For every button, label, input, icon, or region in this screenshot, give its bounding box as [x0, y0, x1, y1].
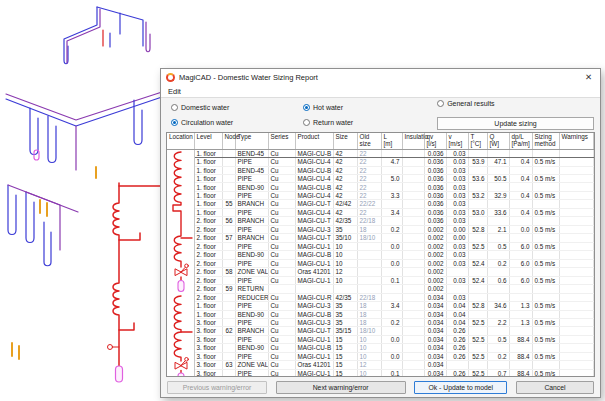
- table-cell: [222, 276, 235, 284]
- table-row[interactable]: 2. floorREDUCERCuMAGI-CU-R42/3522/180.03…: [167, 293, 594, 301]
- table-cell: [402, 183, 424, 191]
- table-cell: 15: [333, 344, 357, 352]
- dialog-footer: Previous warning/error Next warning/erro…: [161, 377, 600, 397]
- table-row[interactable]: 2. floor59RETURN0.002: [167, 285, 594, 293]
- table-cell: [222, 293, 235, 301]
- table-row[interactable]: 2. floorPIPECuMAGI-CU-1100.00.0020.0352.…: [167, 242, 594, 250]
- table-cell: 0.034: [424, 344, 446, 352]
- table-cell: BEND-90: [235, 344, 268, 352]
- table-cell: [559, 259, 594, 267]
- table-row[interactable]: 1. floorPIPECuMAGI-CU-335183.40.0340.045…: [167, 302, 594, 310]
- table-row[interactable]: 2. floorPIPECuMAGI-CU-335180.20.0020.005…: [167, 225, 594, 233]
- table-cell: 0.5 m/s: [532, 175, 559, 183]
- ok-update-button[interactable]: Ok - Update to model: [414, 381, 507, 394]
- table-cell: 0.4: [509, 191, 532, 199]
- table-cell: PIPE: [235, 242, 268, 250]
- table-row[interactable]: 3. floorPIPECuMAGI-CU-115100.10.0340.265…: [167, 369, 594, 377]
- table-cell: 0.03: [446, 251, 468, 259]
- table-cell: BEND-90: [235, 310, 268, 318]
- table-cell: [357, 251, 381, 259]
- table-row[interactable]: 1. floorPIPECuMAGI-CU-442223.40.0360.035…: [167, 208, 594, 216]
- table-cell: 0.5 m/s: [532, 302, 559, 310]
- radio-label: Circulation water: [181, 119, 233, 126]
- table-row[interactable]: 3. floor63ZONE VALCuOras 4120115120.034: [167, 361, 594, 369]
- table-cell: MAGI-CU-4: [295, 191, 333, 199]
- table-cell: [222, 166, 235, 174]
- table-row[interactable]: 1. floorBEND-45CuMAGI-CU-B42220.0360.03: [167, 166, 594, 174]
- table-cell: PIPE: [235, 259, 268, 267]
- table-row[interactable]: 1. floorBEND-45CuMAGI-CU-B42220.0360.03: [167, 149, 594, 157]
- table-cell: [509, 200, 532, 208]
- table-row[interactable]: 1. floorPIPECuMAGI-CU-442223.30.0360.035…: [167, 191, 594, 199]
- radio-column-2: Hot water Return water: [303, 100, 435, 130]
- radio-return-water[interactable]: Return water: [303, 119, 435, 126]
- table-row[interactable]: 1. floorBEND-90CuMAGI-CU-B35180.0340.04: [167, 310, 594, 318]
- route-schematic: [167, 150, 194, 377]
- radio-hot-water[interactable]: Hot water: [303, 104, 435, 111]
- table-cell: 6.0: [509, 259, 532, 267]
- table-cell: 56: [222, 217, 235, 225]
- magicad-logo-icon: [166, 73, 175, 82]
- table-row[interactable]: 1. floorPIPECuMAGI-CU-442224.70.0360.035…: [167, 158, 594, 166]
- table-cell: [381, 234, 402, 242]
- table-cell: 35/10: [333, 234, 357, 242]
- table-cell: 2. floor: [194, 276, 222, 284]
- table-cell: PIPE: [235, 318, 268, 326]
- table-cell: [222, 352, 235, 360]
- table-cell: 55: [222, 200, 235, 208]
- table-cell: [487, 234, 509, 242]
- menu-edit[interactable]: Edit: [168, 87, 181, 96]
- table-row[interactable]: 3. floorPIPECuMAGI-CU-115100.00.0340.265…: [167, 335, 594, 343]
- table-cell: [487, 251, 509, 259]
- table-cell: Cu: [268, 293, 295, 301]
- radio-domestic-water[interactable]: Domestic water: [171, 104, 303, 111]
- dialog-titlebar[interactable]: MagiCAD - Domestic Water Sizing Report ✕: [161, 69, 600, 85]
- radio-circulation-water[interactable]: Circulation water: [171, 119, 303, 126]
- table-row[interactable]: 3. floorPIPECuMAGI-CU-115100.00.0340.265…: [167, 352, 594, 360]
- table-row[interactable]: 3. floor62BRANCHCuMAGI-CU-T35/1518/100.0…: [167, 327, 594, 335]
- table-cell: 10: [357, 335, 381, 343]
- cancel-button[interactable]: Cancel: [516, 381, 594, 394]
- table-cell: 0.03: [446, 158, 468, 166]
- table-row[interactable]: 1. floor55BRANCHCuMAGI-CU-T42/4222/220.0…: [167, 200, 594, 208]
- column-header-size: Size: [333, 133, 357, 149]
- table-cell: MAGI-CU-B: [295, 183, 333, 191]
- radio-general-results[interactable]: General results: [437, 100, 594, 107]
- table-cell: 42: [333, 208, 357, 216]
- update-sizing-button[interactable]: Update sizing: [437, 117, 594, 130]
- table-row[interactable]: 2. floor57BRANCHCuMAGI-CU-T35/1018/100.0…: [167, 234, 594, 242]
- table-cell: 1.3: [509, 302, 532, 310]
- table-cell: [381, 361, 402, 369]
- table-cell: MAGI-CU-B: [295, 310, 333, 318]
- table-cell: [509, 234, 532, 242]
- table-cell: 0.26: [446, 344, 468, 352]
- table-cell: MAGI-CU-R: [295, 293, 333, 301]
- table-cell: [222, 251, 235, 259]
- table-row[interactable]: 1. floorPIPECuMAGI-CU-442225.00.0360.035…: [167, 175, 594, 183]
- table-row[interactable]: 3. floorPIPECuMAGI-CU-335180.20.0340.045…: [167, 318, 594, 326]
- table-row[interactable]: 2. floorBEND-90CuMAGI-CU-B100.0020.03: [167, 251, 594, 259]
- radio-column-1: Domestic water Circulation water: [171, 100, 303, 130]
- table-row[interactable]: 2. floorPIPECuMAGI-CU-1100.00.0020.0352.…: [167, 259, 594, 267]
- table-cell: 10: [333, 251, 357, 259]
- table-cell: [532, 234, 559, 242]
- table-cell: 34.6: [487, 302, 509, 310]
- radio-column-3: General results Update sizing: [437, 100, 594, 130]
- table-row[interactable]: 2. floorPIPECuMAGI-CU-1100.10.0020.0352.…: [167, 276, 594, 284]
- table-cell: 2. floor: [194, 234, 222, 242]
- table-cell: PIPE: [235, 352, 268, 360]
- previous-warning-button[interactable]: Previous warning/error: [167, 381, 267, 394]
- table-row[interactable]: 2. floor56BRANCHCuMAGI-CU-T42/3522/180.0…: [167, 217, 594, 225]
- table-cell: 32.9: [487, 191, 509, 199]
- table-cell: [509, 251, 532, 259]
- next-warning-button[interactable]: Next warning/error: [276, 381, 406, 394]
- table-cell: [402, 217, 424, 225]
- table-row[interactable]: 2. floor58ZONE VALCuOras 41201120.002: [167, 268, 594, 276]
- close-icon[interactable]: ✕: [582, 72, 595, 82]
- table-row[interactable]: 3. floorBEND-90CuMAGI-CU-B15100.0340.26: [167, 344, 594, 352]
- table-row[interactable]: 1. floorBEND-90CuMAGI-CU-B42220.0360.03: [167, 183, 594, 191]
- table-cell: 88.4: [509, 369, 532, 377]
- table-cell: 42: [333, 175, 357, 183]
- table-cell: [402, 158, 424, 166]
- table-cell: Cu: [268, 200, 295, 208]
